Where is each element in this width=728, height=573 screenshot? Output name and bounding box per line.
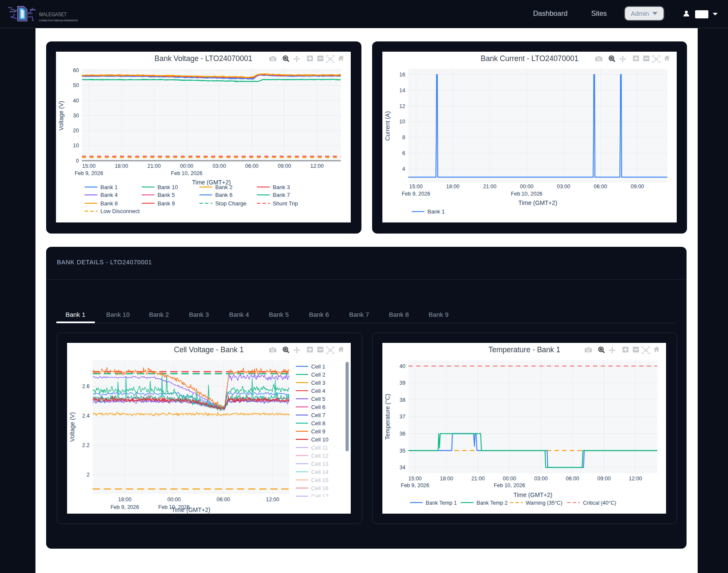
svg-text:21:00: 21:00 [471,476,484,482]
svg-text:Current (A): Current (A) [384,111,391,140]
svg-text:03:00: 03:00 [557,184,570,190]
svg-text:Bank Current - LTO24070001: Bank Current - LTO24070001 [481,54,578,63]
svg-text:Cell 17: Cell 17 [311,493,328,500]
svg-text:Cell 15: Cell 15 [311,477,328,483]
svg-text:Bank 4: Bank 4 [100,192,117,198]
svg-text:Cell 4: Cell 4 [311,388,325,394]
svg-text:Time (GMT+2): Time (GMT+2) [518,199,557,206]
svg-text:Feb 10, 2026: Feb 10, 2026 [511,191,542,197]
svg-text:34: 34 [399,465,405,471]
svg-text:Temperature - Bank 1: Temperature - Bank 1 [488,345,560,354]
svg-text:09:00: 09:00 [278,163,291,169]
svg-text:00:00: 00:00 [167,497,181,503]
svg-text:Cell 5: Cell 5 [311,396,325,402]
svg-text:Bank 3: Bank 3 [273,184,290,190]
svg-text:Bank Temp 1: Bank Temp 1 [426,500,457,506]
svg-text:Cell 2: Cell 2 [311,371,325,378]
svg-text:Cell 14: Cell 14 [311,469,328,475]
svg-text:Bank 10: Bank 10 [158,184,178,190]
svg-text:15:00: 15:00 [82,163,96,169]
svg-text:2: 2 [87,472,90,478]
svg-text:40: 40 [399,363,405,369]
svg-text:Bank 8: Bank 8 [100,200,117,207]
svg-text:06:00: 06:00 [593,184,607,190]
svg-text:Cell 7: Cell 7 [311,412,325,418]
svg-text:6: 6 [402,150,405,156]
svg-text:12:00: 12:00 [628,476,642,482]
svg-text:00:00: 00:00 [520,184,533,190]
svg-text:12:00: 12:00 [266,497,279,503]
svg-text:Cell 16: Cell 16 [311,485,328,491]
svg-text:Feb 9, 2026: Feb 9, 2026 [111,504,139,510]
svg-text:Time (GMT+2): Time (GMT+2) [172,506,211,513]
svg-text:38: 38 [399,397,405,403]
svg-text:21:00: 21:00 [147,163,161,169]
svg-text:40: 40 [73,98,79,104]
svg-text:Cell 11: Cell 11 [311,444,328,451]
svg-text:18:00: 18:00 [440,476,453,482]
svg-text:10: 10 [73,143,79,149]
svg-text:0: 0 [76,158,79,164]
svg-text:Cell 3: Cell 3 [311,380,325,386]
svg-text:03:00: 03:00 [213,163,226,169]
svg-text:Cell 6: Cell 6 [311,404,325,410]
svg-text:12:00: 12:00 [311,163,324,169]
svg-text:Cell 1: Cell 1 [311,363,325,370]
svg-text:Cell 12: Cell 12 [311,453,328,459]
svg-text:Bank 6: Bank 6 [215,192,232,198]
svg-text:Bank 5: Bank 5 [158,192,175,198]
svg-text:18:00: 18:00 [115,163,128,169]
svg-text:30: 30 [73,113,79,119]
svg-text:CONNECTION THROUGH INTEGRATION: CONNECTION THROUGH INTEGRATION [39,19,78,22]
svg-text:Feb 9, 2026: Feb 9, 2026 [401,482,429,488]
svg-text:37: 37 [399,414,405,420]
svg-text:Time (GMT+2): Time (GMT+2) [513,491,552,498]
svg-text:2.4: 2.4 [82,413,89,419]
svg-text:Bank 1: Bank 1 [427,208,444,215]
svg-text:8: 8 [402,134,405,140]
svg-text:Cell 9: Cell 9 [311,428,325,435]
svg-text:Cell Voltage - Bank 1: Cell Voltage - Bank 1 [174,345,244,354]
svg-text:Bank 1: Bank 1 [100,184,117,190]
svg-text:12: 12 [399,103,405,109]
svg-text:50: 50 [73,82,79,88]
svg-text:2.2: 2.2 [82,442,89,448]
svg-text:14: 14 [399,88,405,94]
svg-text:18:00: 18:00 [118,497,131,503]
svg-text:2.6: 2.6 [82,383,89,389]
svg-text:00:00: 00:00 [180,163,194,169]
svg-text:09:00: 09:00 [597,476,611,482]
svg-text:Cell 13: Cell 13 [311,461,328,467]
svg-text:Bank Voltage - LTO24070001: Bank Voltage - LTO24070001 [155,54,252,63]
svg-text:06:00: 06:00 [245,163,258,169]
svg-text:Low Disconnect: Low Disconnect [100,208,140,214]
svg-text:4: 4 [402,166,405,172]
svg-text:Feb 10, 2026: Feb 10, 2026 [493,482,525,488]
svg-text:18:00: 18:00 [446,184,459,190]
svg-text:Voltage (V): Voltage (V) [69,412,76,441]
svg-text:WALEGASET: WALEGASET [39,12,67,18]
svg-text:Bank 9: Bank 9 [158,200,175,207]
svg-text:Warning (35°C): Warning (35°C) [525,500,562,506]
svg-text:Stop Charge: Stop Charge [215,200,247,207]
svg-text:Cell 8: Cell 8 [311,420,325,427]
svg-text:06:00: 06:00 [566,476,579,482]
svg-text:Bank 7: Bank 7 [273,192,290,198]
svg-text:Shunt Trip: Shunt Trip [273,200,298,207]
svg-text:Voltage (V): Voltage (V) [58,101,65,130]
svg-text:Feb 9, 2026: Feb 9, 2026 [402,191,430,197]
svg-text:15:00: 15:00 [408,476,421,482]
svg-text:Feb 10, 2026: Feb 10, 2026 [171,170,203,176]
svg-text:60: 60 [73,67,79,73]
svg-text:06:00: 06:00 [217,497,230,503]
svg-text:16: 16 [399,72,405,78]
svg-text:35: 35 [399,448,405,454]
svg-text:03:00: 03:00 [534,476,547,482]
svg-text:Bank 2: Bank 2 [215,184,232,190]
svg-text:15:00: 15:00 [409,184,422,190]
svg-text:39: 39 [399,380,405,386]
svg-text:Critical (40°C): Critical (40°C) [583,500,616,506]
svg-text:09:00: 09:00 [631,184,644,190]
svg-text:00:00: 00:00 [502,476,516,482]
svg-text:10: 10 [399,119,405,125]
